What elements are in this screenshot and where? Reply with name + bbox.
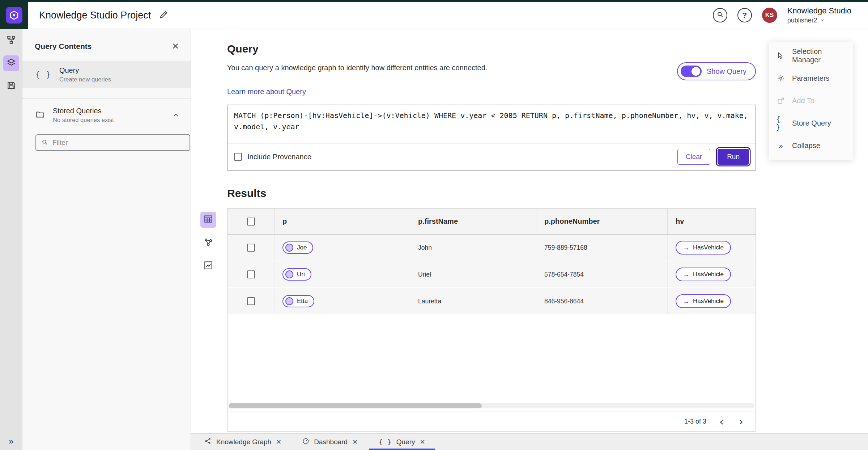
top-bar: Knowledge Studio Project ? KS Knowledge … [0, 2, 868, 29]
search-icon [41, 139, 48, 147]
query-description: You can query a knowledge graph to ident… [227, 64, 487, 72]
menu-item-collapse[interactable]: » Collapse [769, 134, 853, 157]
table-row[interactable]: Etta Lauretta 846-956-8644 →HasVehicle [227, 288, 756, 315]
cell-firstname: John [410, 235, 536, 261]
show-query-label: Show Query [707, 67, 746, 76]
table-header-row: p p.firstName p.phoneNumber hv [227, 209, 756, 235]
tab-label: Dashboard [314, 438, 348, 446]
show-query-toggle[interactable]: Show Query [677, 62, 756, 80]
column-header-firstname[interactable]: p.firstName [410, 209, 536, 234]
pencil-icon [159, 10, 169, 21]
menu-item-parameters[interactable]: Parameters [769, 67, 853, 89]
results-view-toolbar [200, 212, 216, 274]
next-page-button[interactable]: › [737, 416, 745, 427]
user-name: publisher2 [787, 16, 817, 25]
app-window: Knowledge Studio Project ? KS Knowledge … [0, 0, 868, 450]
arrow-right-icon: → [683, 244, 689, 251]
edge-pill[interactable]: →HasVehicle [676, 241, 731, 255]
user-menu[interactable]: Knowledge Studio publisher2 [787, 6, 851, 25]
table-row[interactable]: Uri Uriel 578-654-7854 →HasVehicle [227, 261, 756, 288]
column-header-hv[interactable]: hv [668, 209, 756, 234]
rail-item-queries[interactable] [3, 55, 19, 71]
node-pill[interactable]: Uri [282, 268, 311, 281]
edge-label: HasVehicle [693, 298, 724, 305]
edge-pill[interactable]: →HasVehicle [676, 268, 731, 281]
expand-rail-button[interactable]: » [0, 436, 22, 446]
main-area: Query You can query a knowledge graph to… [191, 29, 868, 450]
query-editor[interactable]: MATCH (p:Person)-[hv:HasVehicle]->(v:Veh… [227, 105, 756, 143]
search-icon [716, 11, 724, 20]
menu-label: Add To [792, 97, 814, 105]
table-view-button[interactable] [200, 212, 216, 228]
node-icon [285, 297, 293, 305]
menu-label: Store Query [792, 119, 831, 127]
top-bar-actions: ? KS Knowledge Studio publisher2 [713, 6, 868, 25]
product-name: Knowledge Studio [787, 6, 851, 16]
column-header-p[interactable]: p [275, 209, 410, 234]
query-editor-container: MATCH (p:Person)-[hv:HasVehicle]->(v:Veh… [227, 105, 756, 171]
node-pill[interactable]: Joe [282, 241, 313, 254]
results-title: Results [227, 187, 756, 199]
node-label: Joe [297, 244, 307, 251]
close-tab-icon[interactable]: ✕ [276, 438, 281, 446]
rail-item-model[interactable] [3, 33, 19, 49]
menu-item-selection-manager[interactable]: Selection Manager [769, 45, 853, 67]
node-icon [285, 244, 293, 252]
menu-label: Collapse [792, 142, 820, 150]
learn-more-link[interactable]: Learn more about Query [227, 88, 306, 96]
node-icon [285, 270, 293, 278]
run-button[interactable]: Run [718, 149, 749, 165]
avatar[interactable]: KS [762, 8, 777, 23]
table-row[interactable]: Joe John 759-889-57168 →HasVehicle [227, 235, 756, 261]
query-item-label: Query [59, 66, 111, 75]
stored-queries-section-header[interactable]: Stored Queries No stored queries exist [22, 99, 191, 126]
collapse-section-button[interactable] [172, 111, 180, 119]
tab-knowledge-graph[interactable]: Knowledge Graph ✕ [195, 434, 291, 450]
row-checkbox[interactable] [247, 297, 255, 305]
menu-item-store-query[interactable]: { } Store Query [769, 112, 853, 134]
curly-braces-icon: { } [379, 438, 392, 446]
previous-page-button[interactable]: ‹ [717, 416, 726, 427]
row-checkbox[interactable] [247, 244, 255, 252]
edge-label: HasVehicle [693, 244, 724, 251]
query-contents-panel: Query Contents ✕ { } Query Create new qu… [22, 29, 191, 450]
edge-label: HasVehicle [693, 271, 724, 278]
column-header-phonenumber[interactable]: p.phoneNumber [536, 209, 668, 234]
search-button[interactable] [713, 8, 727, 22]
cell-firstname: Lauretta [410, 288, 536, 314]
cell-phonenumber: 846-956-8644 [536, 288, 668, 314]
select-all-checkbox[interactable] [247, 218, 255, 226]
hierarchy-icon [7, 35, 16, 46]
tab-dashboard[interactable]: Dashboard ✕ [293, 434, 367, 450]
project-title: Knowledge Studio Project [39, 10, 151, 21]
table-icon [204, 214, 213, 225]
query-actions-menu: Selection Manager Parameters Add To [769, 42, 853, 160]
cell-firstname: Uriel [410, 261, 536, 287]
tab-query[interactable]: { } Query ✕ [369, 434, 434, 450]
edge-pill[interactable]: →HasVehicle [676, 294, 731, 308]
include-provenance-label: Include Provenance [247, 153, 311, 161]
close-tab-icon[interactable]: ✕ [420, 438, 425, 446]
help-button[interactable]: ? [737, 8, 752, 22]
rail-item-save[interactable] [3, 78, 19, 94]
include-provenance-checkbox[interactable] [234, 153, 242, 161]
close-tab-icon[interactable]: ✕ [352, 438, 358, 446]
content-area: » Query Contents ✕ { } Query Create new … [0, 29, 868, 450]
chart-view-button[interactable] [200, 258, 216, 274]
close-panel-button[interactable]: ✕ [172, 42, 179, 51]
app-logo-container[interactable] [0, 2, 28, 29]
panel-item-query[interactable]: { } Query Create new queries [22, 61, 191, 88]
clear-button[interactable]: Clear [677, 149, 710, 165]
graph-view-button[interactable] [200, 235, 216, 251]
left-icon-rail: » [0, 29, 22, 450]
node-pill[interactable]: Etta [282, 295, 314, 307]
row-checkbox[interactable] [247, 270, 255, 278]
filter-input[interactable] [52, 139, 184, 147]
horizontal-scrollbar [229, 403, 754, 408]
scrollbar-thumb[interactable] [229, 403, 482, 408]
knowledge-studio-logo-icon [6, 7, 22, 24]
edit-title-button[interactable] [159, 10, 169, 21]
menu-label: Selection Manager [792, 47, 846, 64]
layers-icon [7, 58, 16, 69]
table-empty-space [227, 315, 756, 403]
